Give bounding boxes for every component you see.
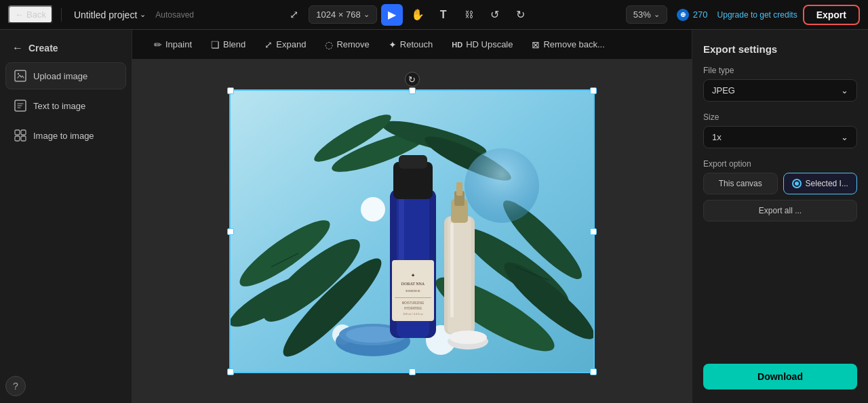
inpaint-button[interactable]: ✏ Inpaint [146, 35, 200, 54]
remove-bg-button[interactable]: ⊠ Remove back... [524, 35, 612, 54]
topbar: ← Back Untitled project ⌄ Autosaved ⤢ 10… [0, 0, 868, 30]
redo-button[interactable]: ↻ [510, 4, 532, 26]
blend-label: Blend [223, 39, 245, 49]
svg-rect-3 [15, 130, 20, 135]
handle-bottom-right[interactable] [590, 368, 597, 375]
export-all-button[interactable]: Export all ... [703, 200, 857, 221]
handle-middle-right[interactable] [590, 228, 597, 235]
handle-top-middle[interactable] [409, 87, 416, 94]
undo-button[interactable]: ↺ [484, 4, 506, 26]
export-button[interactable]: Export [803, 5, 860, 25]
zoom-button[interactable]: 53% ⌄ [626, 5, 667, 24]
export-option-row-top: This canvas Selected I... [703, 173, 857, 194]
sidebar-item-upload-image[interactable]: Upload image [5, 62, 126, 89]
upscale-icon: HD [452, 41, 462, 49]
size-section: Size 1x ⌄ [703, 112, 857, 148]
back-button[interactable]: ← Back [8, 5, 53, 24]
credits-button[interactable]: ⊕ 270 [673, 6, 712, 24]
this-canvas-button[interactable]: This canvas [703, 173, 778, 194]
svg-rect-4 [21, 130, 26, 135]
svg-point-47 [449, 331, 487, 344]
zoom-label: 53% [633, 9, 651, 20]
file-type-value: JPEG [712, 85, 735, 96]
blend-button[interactable]: ❏ Blend [203, 35, 254, 54]
sidebar-item-upload-label: Upload image [33, 71, 87, 81]
project-name[interactable]: Untitled project ⌄ [70, 7, 150, 23]
autosaved-label: Autosaved [155, 10, 194, 20]
pointer-tool-button[interactable]: ▶ [381, 4, 403, 26]
svg-rect-45 [450, 223, 454, 318]
handle-middle-left[interactable] [227, 228, 234, 235]
canvas-size-label: 1024 × 768 [316, 9, 360, 20]
help-button[interactable]: ? [5, 376, 26, 396]
svg-rect-44 [456, 182, 462, 196]
sidebar-header: ← Create [5, 37, 126, 60]
upgrade-link[interactable]: Upgrade to get credits [717, 10, 797, 20]
svg-point-20 [465, 148, 539, 223]
question-icon: ? [13, 381, 18, 391]
size-dropdown[interactable]: 1x ⌄ [703, 126, 857, 148]
canvas-area: ✏ Inpaint ❏ Blend ⤢ Expand ◌ Remove ✦ Re… [132, 30, 692, 403]
size-value: 1x [712, 132, 722, 142]
svg-rect-31 [399, 155, 427, 169]
image-to-image-icon [14, 129, 26, 142]
main-area: ← Create Upload image Text to image Imag… [0, 30, 868, 403]
sidebar-bottom: ? [5, 376, 126, 396]
sidebar-item-text-to-image[interactable]: Text to image [5, 92, 126, 119]
remove-label: Remove [336, 39, 369, 49]
inpaint-label: Inpaint [165, 39, 192, 49]
resize-icon-btn[interactable]: ⤢ [283, 4, 304, 26]
expand-label: Expand [276, 39, 306, 49]
svg-text:100 ml / 3.4 fl.oz: 100 ml / 3.4 fl.oz [403, 312, 422, 316]
retouch-label: Retouch [400, 39, 433, 49]
project-name-label: Untitled project [74, 9, 137, 20]
export-all-label: Export all ... [759, 206, 802, 215]
svg-text:DORAT NNA: DORAT NNA [401, 282, 425, 286]
text-tool-button[interactable]: T [433, 4, 454, 26]
remove-icon: ◌ [325, 39, 333, 50]
export-option-label: Export option [703, 159, 857, 169]
create-icon: ← [12, 42, 23, 54]
this-canvas-label: This canvas [719, 179, 762, 188]
retouch-button[interactable]: ✦ Retouch [380, 35, 441, 54]
handle-top-right[interactable] [590, 87, 597, 94]
expand-icon: ⤢ [264, 39, 273, 50]
topbar-right: 53% ⌄ ⊕ 270 Upgrade to get credits Expor… [626, 5, 860, 25]
hand-tool-button[interactable]: ✋ [407, 4, 429, 26]
back-label: Back [26, 9, 46, 20]
svg-text:✦: ✦ [411, 273, 415, 278]
svg-text:MOISTURIZING: MOISTURIZING [402, 301, 425, 305]
upscale-button[interactable]: HD HD Upscale [443, 35, 521, 54]
link-tool-button[interactable]: ⛓ [458, 4, 480, 26]
remove-button[interactable]: ◌ Remove [317, 35, 377, 54]
handle-bottom-left[interactable] [227, 368, 234, 375]
sidebar-item-text-label: Text to image [33, 101, 85, 111]
selected-label: Selected I... [806, 179, 848, 188]
expand-button[interactable]: ⤢ Expand [256, 35, 314, 54]
file-type-label: File type [703, 66, 857, 75]
svg-point-21 [361, 197, 385, 221]
canvas-content[interactable]: ↻ [132, 60, 692, 403]
upscale-label: HD Upscale [466, 39, 513, 49]
remove-bg-label: Remove back... [543, 39, 604, 49]
handle-bottom-middle[interactable] [409, 368, 416, 375]
export-option-section: Export option This canvas Selected I... … [703, 159, 857, 221]
create-label: Create [28, 43, 58, 54]
selected-button[interactable]: Selected I... [783, 173, 858, 194]
sidebar: ← Create Upload image Text to image Imag… [0, 30, 132, 403]
size-label: Size [703, 112, 857, 122]
sidebar-item-image-to-image[interactable]: Image to image [5, 122, 126, 149]
handle-top-left[interactable] [227, 87, 234, 94]
chevron-down-filetype: ⌄ [841, 85, 848, 96]
svg-text:ESSENCE: ESSENCE [406, 289, 420, 293]
download-button[interactable]: Download [703, 364, 857, 389]
chevron-down-size: ⌄ [841, 132, 848, 142]
canvas-image[interactable]: ✦ DORAT NNA ESSENCE MOISTURIZING HYDRATI… [231, 91, 593, 372]
selected-radio [792, 179, 802, 188]
canvas-size-button[interactable]: 1024 × 768 ⌄ [309, 5, 376, 24]
svg-text:HYDRATING: HYDRATING [404, 307, 422, 310]
blend-icon: ❏ [211, 39, 220, 50]
file-type-dropdown[interactable]: JPEG ⌄ [703, 79, 857, 102]
rotate-handle[interactable]: ↻ [405, 72, 420, 87]
divider [61, 8, 62, 22]
